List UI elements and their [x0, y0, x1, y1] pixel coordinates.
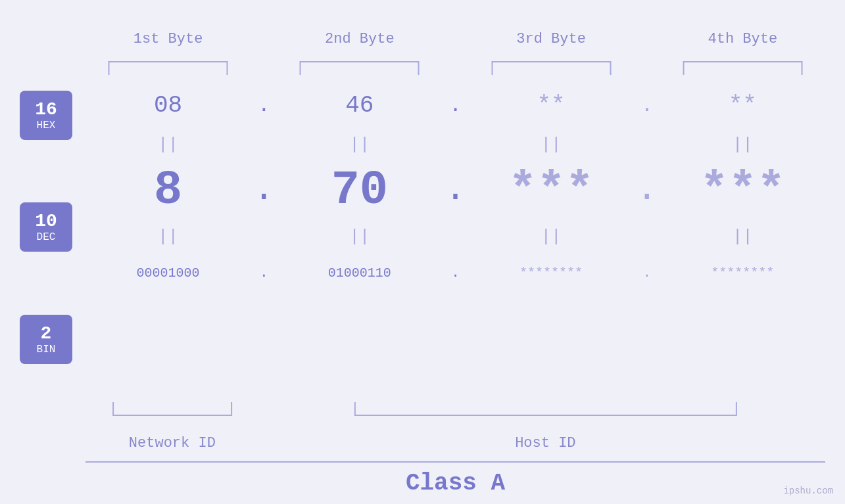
dec-badge-label: DEC [37, 231, 56, 243]
bracket-b2-svg [293, 57, 425, 75]
class-area: Class A [85, 461, 825, 504]
host-bracket-svg [299, 402, 793, 421]
dec-b3-cell: *** [469, 164, 634, 218]
hex-b2-cell: 46 [277, 92, 442, 119]
bracket-b1 [85, 53, 251, 79]
eq1-b3: || [469, 135, 634, 154]
bin-b1-value: 00001000 [137, 265, 200, 281]
eq2-row: || || || || [85, 223, 825, 250]
bin-badge: 2 BIN [20, 315, 72, 364]
hex-b2-value: 46 [345, 92, 374, 119]
rows-container: 08 . 46 . ** . ** || [85, 53, 845, 402]
byte1-header: 1st Byte [133, 31, 203, 47]
bottom-bracket-row [85, 402, 845, 425]
dec-row: 8 . 70 . *** . *** [85, 158, 825, 223]
dec-b4-cell: *** [660, 164, 825, 218]
bin-row: 00001000 . 01000110 . ******** . *******… [85, 250, 825, 296]
bracket-b3 [469, 53, 634, 79]
dec-dot1: . [251, 169, 277, 213]
dec-dot2: . [443, 169, 469, 213]
bin-dot2: . [443, 265, 469, 281]
bin-b1-cell: 00001000 [85, 265, 251, 281]
eq2-b4-symbol: || [733, 227, 753, 246]
eq2-b2: || [277, 227, 442, 246]
eq2-b1-symbol: || [158, 227, 178, 246]
eq1-b3-symbol: || [541, 135, 562, 154]
eq1-b2: || [277, 135, 442, 154]
bin-badge-number: 2 [41, 323, 52, 344]
hex-b4-cell: ** [660, 92, 825, 119]
center-data: 08 . 46 . ** . ** || [85, 53, 845, 402]
hex-dot1: . [251, 93, 277, 118]
bin-b2-value: 01000110 [328, 265, 391, 281]
dec-b1-value: 8 [154, 164, 182, 218]
eq1-b1: || [85, 135, 251, 154]
bin-dot3: . [634, 265, 660, 281]
byte3-header: 3rd Byte [516, 31, 586, 47]
byte-headers: 1st Byte 2nd Byte 3rd Byte 4th Byte [85, 0, 845, 53]
network-id-label-cell: Network ID [85, 435, 259, 451]
bracket-b1-svg [102, 57, 234, 75]
dec-b2-cell: 70 [277, 164, 442, 218]
main-layout: 1st Byte 2nd Byte 3rd Byte 4th Byte 16 H… [0, 0, 845, 504]
hex-badge-number: 16 [35, 99, 57, 120]
hex-badge: 16 HEX [20, 91, 72, 140]
host-id-label-cell: Host ID [285, 435, 825, 451]
watermark: ipshu.com [783, 486, 833, 496]
network-bracket-wrapper [85, 402, 259, 421]
bracket-b3-svg [485, 57, 617, 75]
eq1-b2-symbol: || [349, 135, 370, 154]
hex-row: 08 . 46 . ** . ** [85, 79, 825, 131]
hex-dot3: . [634, 93, 660, 118]
dec-dot3: . [634, 169, 660, 213]
bottom-labels-row: Network ID Host ID [85, 425, 845, 461]
bin-b3-cell: ******** [469, 265, 634, 281]
host-bracket-wrapper [285, 402, 825, 421]
dec-badge-number: 10 [35, 211, 57, 231]
byte2-header: 2nd Byte [325, 31, 395, 47]
network-bracket-svg [99, 402, 246, 421]
class-label: Class A [406, 470, 505, 497]
hex-b4-value: ** [729, 92, 757, 119]
dec-badge: 10 DEC [20, 202, 72, 252]
bin-badge-label: BIN [37, 344, 56, 355]
side-labels: 16 HEX 10 DEC 2 BIN [0, 53, 85, 402]
bin-dot1: . [251, 265, 277, 281]
eq1-row: || || || || [85, 131, 825, 158]
eq2-b1: || [85, 227, 251, 246]
bottom-label-area: Network ID Host ID [85, 402, 845, 461]
eq2-b3: || [469, 227, 634, 246]
bin-b4-cell: ******** [660, 265, 825, 281]
eq2-b2-symbol: || [349, 227, 370, 246]
eq2-b3-symbol: || [541, 227, 562, 246]
dec-b1-cell: 8 [85, 164, 251, 218]
top-bracket-row [85, 53, 825, 79]
eq1-b4-symbol: || [733, 135, 753, 154]
hex-b3-value: ** [537, 92, 566, 119]
eq1-b4: || [660, 135, 825, 154]
byte4-header: 4th Byte [708, 31, 778, 47]
eq1-b1-symbol: || [158, 135, 178, 154]
bin-b2-cell: 01000110 [277, 265, 442, 281]
dec-b3-value: *** [508, 164, 594, 218]
bracket-b4-svg [677, 57, 809, 75]
dec-b2-value: 70 [331, 164, 388, 218]
dec-b4-value: *** [700, 164, 786, 218]
hex-badge-label: HEX [37, 120, 56, 131]
hex-b3-cell: ** [469, 92, 634, 119]
bracket-b2 [277, 53, 442, 79]
network-id-label: Network ID [129, 435, 216, 451]
hex-b1-cell: 08 [85, 92, 251, 119]
hex-dot2: . [443, 93, 469, 118]
bin-b3-value: ******** [519, 265, 583, 281]
hex-b1-value: 08 [154, 92, 182, 119]
bracket-b4 [660, 53, 825, 79]
bin-b4-value: ******** [711, 265, 774, 281]
eq2-b4: || [660, 227, 825, 246]
host-id-label: Host ID [515, 435, 575, 451]
